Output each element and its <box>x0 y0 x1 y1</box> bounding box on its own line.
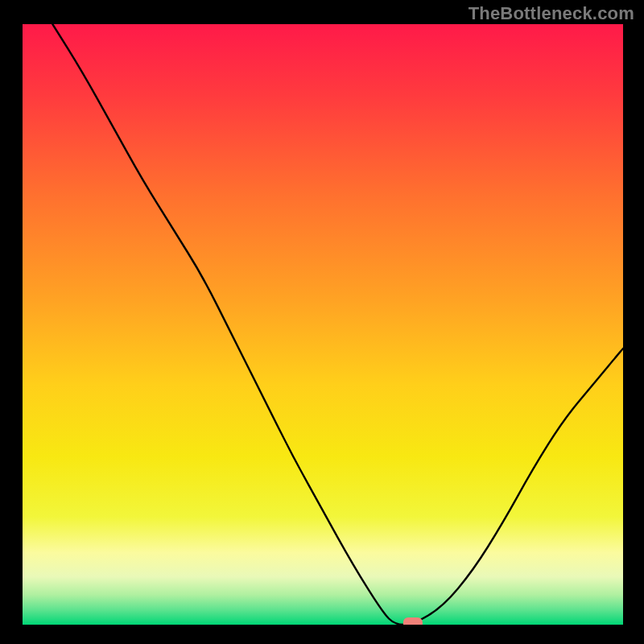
watermark-label: TheBottleneck.com <box>469 3 634 24</box>
optimal-marker <box>403 617 423 625</box>
chart-frame: TheBottleneck.com <box>0 0 644 644</box>
gradient-background <box>23 24 623 625</box>
chart-svg <box>23 24 623 625</box>
